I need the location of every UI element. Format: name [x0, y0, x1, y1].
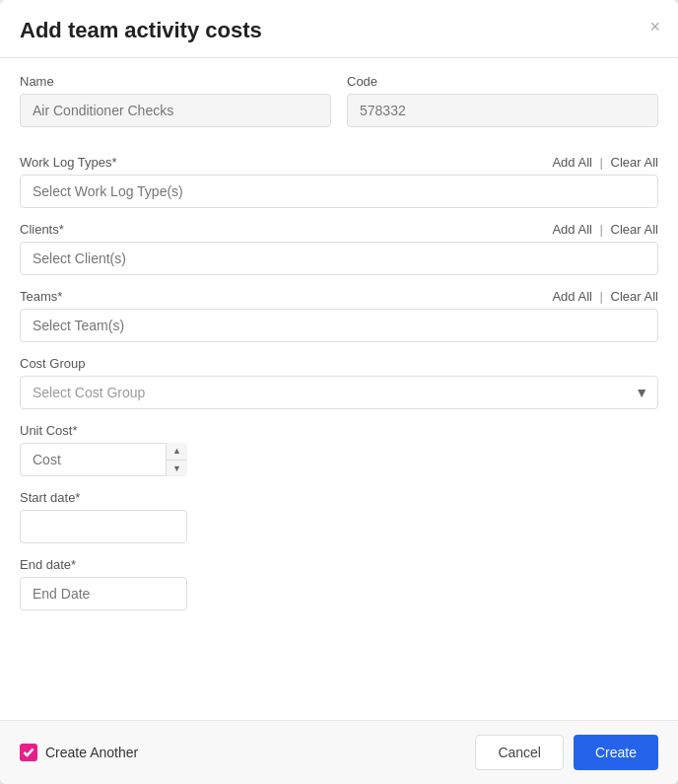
start-date-input[interactable]: 23/03/2023 — [20, 510, 187, 543]
unit-cost-increment[interactable]: ▲ — [167, 443, 187, 461]
code-input[interactable] — [347, 94, 658, 127]
cost-group-select[interactable]: Select Cost Group — [20, 376, 658, 409]
work-log-actions: Add All | Clear All — [552, 155, 658, 170]
separator2: | — [600, 222, 603, 237]
unit-cost-label: Unit Cost* — [20, 423, 78, 438]
modal-body: Name Code Work Log Types* Add All | Clea… — [0, 58, 678, 720]
teams-clear-all[interactable]: Clear All — [611, 289, 658, 304]
cost-group-label: Cost Group — [20, 356, 85, 371]
clients-group: Clients* Add All | Clear All — [20, 222, 658, 275]
cost-group-label-row: Cost Group — [20, 356, 658, 371]
end-date-label: End date* — [20, 557, 76, 572]
code-label-row: Code — [347, 74, 658, 89]
unit-cost-label-row: Unit Cost* — [20, 423, 658, 438]
name-label: Name — [20, 74, 54, 89]
cost-group-group: Cost Group Select Cost Group ▼ — [20, 356, 658, 409]
work-log-add-all[interactable]: Add All — [552, 155, 591, 170]
work-log-label: Work Log Types* — [20, 155, 117, 170]
unit-cost-group: Unit Cost* ▲ ▼ — [20, 423, 658, 476]
clients-input[interactable] — [20, 242, 658, 275]
work-log-group: Work Log Types* Add All | Clear All — [20, 155, 658, 208]
clients-clear-all[interactable]: Clear All — [611, 222, 658, 237]
start-date-group: Start date* 23/03/2023 — [20, 490, 658, 543]
create-another-checkbox[interactable] — [20, 744, 37, 761]
teams-group: Teams* Add All | Clear All — [20, 289, 658, 342]
teams-actions: Add All | Clear All — [552, 289, 658, 304]
code-group: Code — [347, 74, 658, 127]
unit-cost-wrapper: ▲ ▼ — [20, 443, 187, 476]
cancel-button[interactable]: Cancel — [475, 735, 564, 770]
work-log-input[interactable] — [20, 175, 658, 208]
unit-cost-input[interactable] — [20, 443, 187, 476]
unit-cost-decrement[interactable]: ▼ — [167, 461, 187, 477]
name-code-row: Name Code — [20, 74, 658, 141]
modal-title: Add team activity costs — [20, 18, 658, 43]
modal-footer: Create Another Cancel Create — [0, 720, 678, 784]
create-another-container[interactable]: Create Another — [20, 744, 138, 761]
footer-buttons: Cancel Create — [475, 735, 658, 770]
cost-group-select-wrapper: Select Cost Group ▼ — [20, 376, 658, 409]
teams-label-row: Teams* Add All | Clear All — [20, 289, 658, 304]
modal-header: Add team activity costs × — [0, 0, 678, 58]
name-input[interactable] — [20, 94, 331, 127]
separator3: | — [600, 289, 603, 304]
clients-add-all[interactable]: Add All — [552, 222, 591, 237]
create-another-label: Create Another — [45, 745, 138, 760]
unit-cost-spinner: ▲ ▼ — [166, 443, 187, 476]
end-date-label-row: End date* — [20, 557, 658, 572]
work-log-label-row: Work Log Types* Add All | Clear All — [20, 155, 658, 170]
create-button[interactable]: Create — [574, 735, 658, 770]
name-label-row: Name — [20, 74, 331, 89]
add-team-activity-dialog: Add team activity costs × Name Code Work… — [0, 0, 678, 784]
name-group: Name — [20, 74, 331, 127]
end-date-input[interactable] — [20, 577, 187, 610]
start-date-label: Start date* — [20, 490, 80, 505]
teams-label: Teams* — [20, 289, 62, 304]
teams-input[interactable] — [20, 309, 658, 342]
clients-actions: Add All | Clear All — [552, 222, 658, 237]
clients-label-row: Clients* Add All | Clear All — [20, 222, 658, 237]
teams-add-all[interactable]: Add All — [552, 289, 591, 304]
separator1: | — [600, 155, 603, 170]
end-date-group: End date* — [20, 557, 658, 610]
close-button[interactable]: × — [649, 18, 660, 36]
code-label: Code — [347, 74, 377, 89]
work-log-clear-all[interactable]: Clear All — [611, 155, 658, 170]
start-date-label-row: Start date* — [20, 490, 658, 505]
clients-label: Clients* — [20, 222, 64, 237]
